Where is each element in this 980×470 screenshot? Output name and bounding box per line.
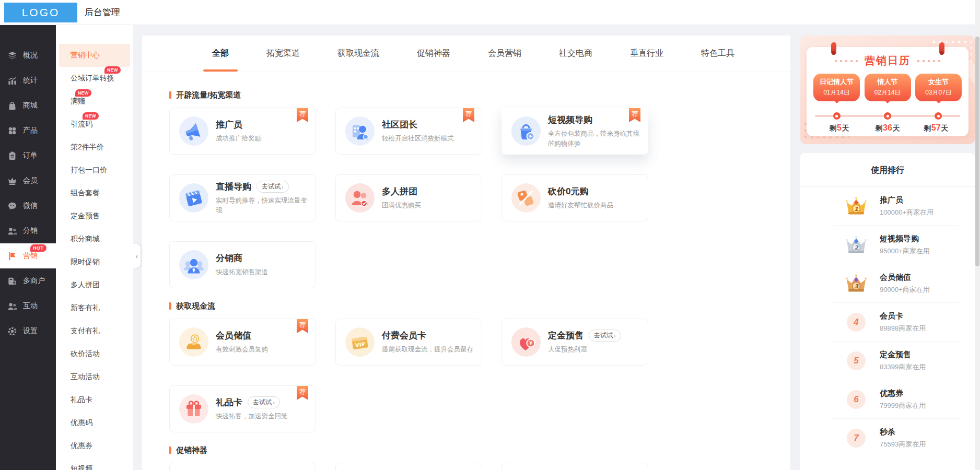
submenu-item-marketing-center[interactable]: 营销中心: [59, 44, 130, 67]
submenu-item-interactive-activity[interactable]: 互动活动: [56, 366, 133, 389]
tab-member-marketing[interactable]: 会员营销: [488, 36, 521, 72]
submenu-item-public-order-convert[interactable]: 公域订单转换NEW: [56, 67, 133, 90]
card-title-row: 多人拼团: [382, 185, 479, 197]
app-title: 后台管理: [85, 6, 120, 18]
timeline-dot: [884, 112, 891, 120]
main-content: 全部拓宽渠道获取现金流促销神器会员营销社交电商垂直行业特色工具 开辟流量/拓宽渠…: [133, 25, 975, 470]
feature-card-gift-card[interactable]: 礼品卡去试试›快速拓客，加速资金回笼荐: [169, 385, 316, 432]
page-scrollbar[interactable]: [975, 0, 980, 470]
sidebar-item-order[interactable]: 订单: [0, 143, 56, 168]
submenu-item-second-item-half-price[interactable]: 第2件半价: [56, 136, 133, 159]
calendar-title-row: 营销日历: [807, 54, 969, 68]
sidebar-item-wechat[interactable]: 微信: [0, 193, 56, 218]
sidebar-item-mall[interactable]: 商城: [0, 93, 56, 118]
sidebar-item-marketing[interactable]: 营销HOT: [0, 243, 56, 268]
submenu-item-short-video[interactable]: 短视频: [56, 457, 133, 470]
sidebar-item-interaction[interactable]: 互动: [0, 293, 56, 319]
submenu-item-bundle-one-price[interactable]: 打包一口价: [56, 159, 133, 182]
feature-card-stored-value[interactable]: 会员储值有效刺激会员复购荐: [169, 319, 316, 366]
card-body: 付费会员卡提前获取现金流，提升会员留存: [382, 330, 479, 354]
sidebar-item-label: 互动: [23, 301, 38, 311]
ranking-row-text: 短视频导购95000+商家在用: [880, 234, 930, 256]
calendar-title: 营销日历: [865, 54, 911, 68]
rank-number-badge: 4: [844, 311, 868, 333]
sidebar-item-product[interactable]: 产品: [0, 118, 56, 143]
sidebar-item-member[interactable]: 会员: [0, 168, 56, 193]
feature-card-partial[interactable]: [169, 463, 316, 470]
app-root: LOGO 后台管理 概况统计商城产品订单会员微信分销营销HOT多商户互动设置 营…: [0, 0, 980, 470]
chevron-right-icon: ›: [273, 400, 275, 406]
card-body: 定金预售去试试›大促预热利器: [548, 330, 645, 354]
tab-get-cash-flow[interactable]: 获取现金流: [337, 36, 379, 72]
submenu-item-deposit-presale[interactable]: 定金预售: [56, 205, 133, 228]
submenu-item-new-customer-gift[interactable]: 新客有礼: [56, 297, 133, 320]
ranking-row[interactable]: 7秒杀75593商家在用: [800, 419, 975, 457]
card-title: 直播导购: [216, 181, 251, 193]
submenu-item-full-gift[interactable]: 满赠NEW: [56, 90, 133, 113]
right-column: 营销日历 日记情人节01月14日情人节02月14日女生节03月07日 剩5天剩3…: [800, 36, 975, 470]
feature-card-distributor[interactable]: 分销商快速拓宽销售渠道: [169, 241, 316, 288]
logo[interactable]: LOGO: [4, 3, 77, 22]
tab-promo-tools[interactable]: 促销神器: [417, 36, 450, 72]
submenu-item-gift-card[interactable]: 礼品卡: [56, 389, 133, 412]
feature-card-group-buy[interactable]: 多人拼团团满优惠购买: [335, 174, 482, 221]
submenu-item-group-buy[interactable]: 多人拼团: [56, 274, 133, 297]
card-description: 邀请好友帮忙砍价商品: [548, 201, 645, 210]
gift-box-icon: [179, 394, 208, 424]
feature-card-community-leader[interactable]: 社区团长轻松开启社区消费新模式荐: [335, 108, 482, 155]
ranking-row[interactable]: 4会员卡89898商家在用: [800, 303, 975, 341]
feature-card-paid-member-card[interactable]: VIP付费会员卡提前获取现金流，提升会员留存: [335, 319, 482, 366]
pin-icon: [831, 42, 836, 55]
tab-vertical-industry[interactable]: 垂直行业: [630, 36, 663, 72]
sidebar-item-statistics[interactable]: 统计: [0, 68, 56, 93]
sidebar-item-label: 订单: [23, 151, 38, 160]
card-description: 大促预热利器: [548, 345, 645, 354]
svg-text:3: 3: [854, 283, 859, 289]
ranking-row[interactable]: 5定金预售83399商家在用: [800, 342, 975, 380]
ranking-row[interactable]: 1推广员100000+商家在用: [800, 187, 975, 225]
card-title: 社区团长: [382, 119, 417, 131]
section-header: 促销神器: [169, 445, 790, 455]
card-body: 分销商快速拓宽销售渠道: [216, 252, 312, 277]
ranking-row-text: 定金预售83399商家在用: [880, 350, 926, 372]
sidebar-item-multi-merchant[interactable]: 多商户: [0, 268, 56, 293]
submenu-item-pay-gift[interactable]: 支付有礼: [56, 320, 133, 343]
collapse-submenu-handle[interactable]: ‹: [133, 244, 141, 268]
rank-number: 7: [847, 429, 866, 448]
try-it-button[interactable]: 去试试›: [589, 330, 621, 342]
submenu-item-combo-package[interactable]: 组合套餐: [56, 182, 133, 205]
event-date: 01月14日: [814, 88, 859, 97]
submenu-item-flash-sale[interactable]: 限时促销: [56, 251, 133, 274]
submenu-item-points-mall[interactable]: 积分商城: [56, 228, 133, 251]
submenu-item-coupon-code[interactable]: 优惠码: [56, 412, 133, 434]
calendar-event-bubble: 日记情人节01月14日: [813, 74, 860, 101]
ranking-row[interactable]: 2短视频导购95000+商家在用: [800, 226, 975, 264]
vip-card-icon: VIP: [345, 327, 375, 357]
tab-all[interactable]: 全部: [212, 36, 229, 72]
scrollbar-thumb[interactable]: [975, 37, 979, 266]
feature-card-promoter[interactable]: 推广员成功推广给奖励荐: [169, 108, 316, 155]
sidebar-item-overview[interactable]: 概况: [0, 43, 56, 68]
feature-card-live-guide[interactable]: 直播导购去试试›实时导购推荐，快速实现流量变现: [169, 174, 316, 221]
submenu-item-coupon[interactable]: 优惠券: [56, 434, 133, 457]
ranking-row[interactable]: 6优惠券79999商家在用: [800, 380, 975, 418]
submenu-item-referral-code[interactable]: 引流码NEW: [56, 113, 133, 136]
sidebar-item-distribution[interactable]: 分销: [0, 218, 56, 243]
try-it-button[interactable]: 去试试›: [248, 396, 280, 408]
feature-card-deposit-presale[interactable]: 定金预售去试试›大促预热利器: [501, 319, 648, 366]
event-name: 情人节: [866, 77, 910, 87]
submenu-item-bargain-activity[interactable]: 砍价活动: [56, 343, 133, 366]
feature-card-partial[interactable]: [335, 463, 482, 470]
ranking-row[interactable]: 3会员储值90000+商家在用: [800, 264, 975, 302]
feature-card-bargain-zero[interactable]: 砍价0元购邀请好友帮忙砍价商品: [501, 174, 648, 221]
tab-expand-channel[interactable]: 拓宽渠道: [266, 36, 300, 72]
chevron-right-icon: ›: [282, 184, 284, 190]
feature-card-short-video-guide[interactable]: 短视频导购全方位包装商品，带来身临其境的购物体验荐: [501, 108, 648, 155]
feature-card-partial[interactable]: [501, 463, 648, 470]
tab-social-ecommerce[interactable]: 社交电商: [559, 36, 592, 72]
submenu-item-label: 第2件半价: [71, 143, 104, 152]
sidebar-item-settings[interactable]: 设置: [0, 319, 56, 344]
try-it-button[interactable]: 去试试›: [256, 181, 289, 193]
card-title-row: 定金预售去试试›: [548, 330, 645, 342]
tab-special-tools[interactable]: 特色工具: [701, 36, 734, 72]
